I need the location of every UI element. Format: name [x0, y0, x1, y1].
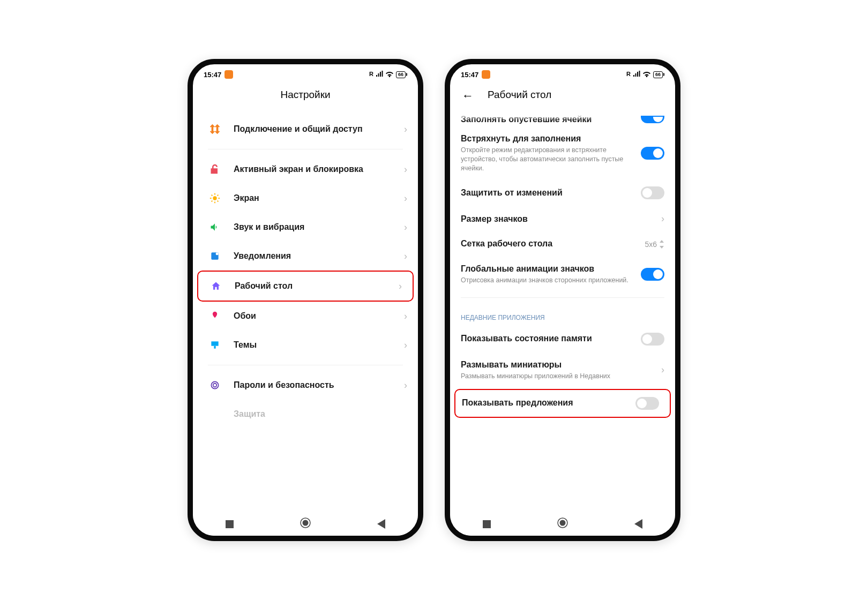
settings-item-connection[interactable]: Подключение и общий доступ › — [193, 115, 418, 144]
nav-recent-icon[interactable] — [483, 520, 491, 528]
setting-protect[interactable]: Защитить от изменений — [450, 179, 675, 206]
setting-subtitle: Откройте режим редактирования и встряхни… — [461, 146, 635, 173]
toggle-switch[interactable] — [641, 333, 664, 346]
app-indicator-icon — [482, 70, 490, 79]
status-time: 15:47 — [461, 71, 478, 79]
status-bar: 15:47 R 66 — [450, 64, 675, 82]
status-right: R 66 — [626, 71, 664, 79]
svg-line-8 — [218, 195, 219, 196]
divider — [461, 297, 664, 298]
settings-label: Подключение и общий доступ — [234, 124, 404, 135]
chevron-right-icon: › — [404, 124, 407, 135]
settings-label: Пароли и безопасность — [234, 380, 404, 391]
setting-title: Сетка рабочего стола — [461, 238, 639, 250]
chevron-right-icon: › — [404, 193, 407, 204]
battery-icon: 66 — [396, 71, 407, 78]
setting-shake-to-fill[interactable]: Встряхнуть для заполнения Откройте режим… — [450, 126, 675, 179]
page-title: ← Рабочий стол — [450, 82, 675, 115]
nav-back-icon[interactable] — [634, 519, 642, 529]
svg-point-13 — [211, 381, 218, 388]
setting-title: Показывать состояние памяти — [461, 333, 635, 344]
signal-type: R — [626, 71, 631, 77]
toggle-switch[interactable] — [641, 147, 664, 160]
settings-item-security[interactable]: Пароли и безопасность › — [193, 371, 418, 400]
toggle-switch[interactable] — [641, 186, 664, 199]
wifi-icon — [642, 71, 651, 79]
home-icon — [209, 279, 223, 293]
chevron-right-icon: › — [404, 222, 407, 233]
toggle-switch[interactable] — [641, 268, 664, 281]
wallpaper-icon — [208, 309, 222, 323]
highlight-suggestions: Показывать предложения — [454, 389, 671, 418]
setting-memory-status[interactable]: Показывать состояние памяти — [450, 326, 675, 352]
fingerprint-icon — [208, 378, 222, 392]
chevron-right-icon: › — [404, 311, 407, 322]
setting-title: Размывать миниатюры — [461, 359, 656, 371]
phone-left: 15:47 R 66 Настройки Подключение и — [188, 59, 423, 541]
setting-title: Размер значков — [461, 214, 656, 225]
battery-icon: 66 — [653, 71, 664, 78]
signal-type: R — [369, 71, 373, 77]
settings-item-sound[interactable]: Звук и вибрация › — [193, 213, 418, 242]
lock-icon — [208, 162, 222, 176]
settings-label: Уведомления — [234, 251, 404, 262]
divider — [208, 149, 403, 149]
shield-icon — [208, 407, 222, 421]
themes-icon — [208, 338, 222, 352]
nav-home-icon[interactable] — [557, 517, 568, 531]
setting-subtitle: Размывать миниатюры приложений в Недавни… — [461, 372, 656, 381]
settings-item-cutoff[interactable]: Защита — [193, 400, 418, 429]
nav-recent-icon[interactable] — [226, 520, 234, 528]
chevron-right-icon: › — [661, 364, 664, 376]
speaker-icon — [208, 220, 222, 234]
settings-item-desktop[interactable]: Рабочий стол › — [198, 272, 413, 301]
settings-item-display[interactable]: Экран › — [193, 184, 418, 213]
phone-right: 15:47 R 66 ← Рабочий стол Заполнять опус… — [445, 59, 680, 541]
nav-back-icon[interactable] — [377, 519, 385, 529]
svg-point-16 — [302, 520, 308, 526]
setting-blur-thumbnails[interactable]: Размывать миниатюры Размывать миниатюры … — [450, 352, 675, 388]
toggle-switch[interactable] — [635, 397, 659, 410]
settings-item-wallpaper[interactable]: Обои › — [193, 302, 418, 331]
settings-item-notifications[interactable]: Уведомления › — [193, 242, 418, 271]
toggle-switch[interactable] — [641, 116, 664, 123]
divider — [208, 365, 403, 365]
svg-point-10 — [216, 252, 219, 255]
back-arrow-icon[interactable]: ← — [462, 89, 474, 103]
svg-point-14 — [213, 384, 217, 387]
settings-label: Активный экран и блокировка — [234, 164, 404, 175]
setting-show-suggestions[interactable]: Показывать предложения — [455, 390, 670, 417]
settings-label: Темы — [234, 340, 404, 351]
nav-bar — [193, 512, 418, 536]
svg-line-7 — [212, 201, 213, 202]
setting-global-animations[interactable]: Глобальные анимации значков Отрисовка ан… — [450, 257, 675, 292]
chevron-right-icon: › — [399, 281, 402, 292]
setting-grid[interactable]: Сетка рабочего стола 5x6 — [450, 231, 675, 257]
settings-item-themes[interactable]: Темы › — [193, 331, 418, 359]
settings-label: Рабочий стол — [235, 281, 399, 292]
setting-title: Глобальные анимации значков — [461, 264, 635, 275]
updown-icon — [659, 240, 664, 249]
battery-level: 66 — [653, 71, 663, 78]
sun-icon — [208, 191, 222, 205]
setting-icon-size[interactable]: Размер значков › — [450, 206, 675, 231]
nav-home-icon[interactable] — [300, 517, 311, 531]
svg-line-6 — [218, 201, 219, 202]
chevron-right-icon: › — [404, 340, 407, 351]
setting-title: Защитить от изменений — [461, 188, 635, 199]
page-title-text: Рабочий стол — [488, 89, 551, 100]
chevron-right-icon: › — [404, 380, 407, 391]
battery-level: 66 — [396, 71, 406, 78]
chevron-right-icon: › — [661, 213, 664, 224]
svg-point-0 — [213, 196, 216, 200]
setting-title: Заполнять опустевшие ячейки — [461, 115, 641, 124]
settings-label: Экран — [234, 193, 404, 204]
settings-label: Звук и вибрация — [234, 222, 404, 233]
svg-rect-12 — [214, 346, 215, 349]
svg-point-18 — [559, 520, 565, 526]
status-bar: 15:47 R 66 — [193, 64, 418, 82]
nav-bar — [450, 512, 675, 536]
settings-item-lockscreen[interactable]: Активный экран и блокировка › — [193, 155, 418, 184]
setting-cutoff-top[interactable]: Заполнять опустевшие ячейки — [450, 115, 675, 126]
signal-icon — [376, 71, 383, 79]
